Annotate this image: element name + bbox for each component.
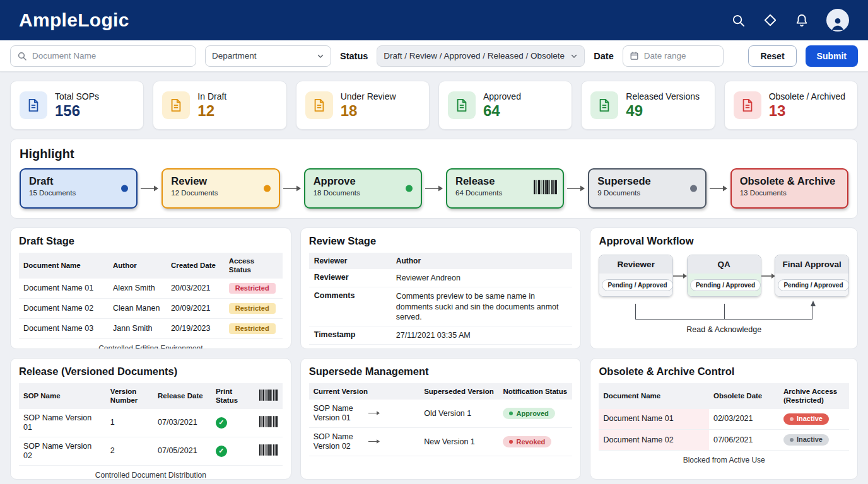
search-icon[interactable] [731,13,746,28]
status-select-value: Draft / Review / Approved / Released / O… [384,51,565,60]
column-header: SOP Name [19,383,106,409]
document-name-cell[interactable]: Document Name 02 [19,298,108,318]
release-date-cell: 07/03/2021 [153,409,211,437]
arrow-right-icon [141,185,158,192]
document-name-input[interactable] [32,51,189,60]
stage-release[interactable]: Release 64 Documents [446,168,564,209]
stat-card-approved[interactable]: Approved 64 [438,81,572,130]
step-status-badge: Pending / Approved [690,279,761,291]
stage-draft[interactable]: Draft 15 Documents [20,168,138,209]
step-status-badge: Pending / Approved [778,279,848,291]
read-acknowledge-note: Read & Acknowledge [599,325,849,334]
created-date-cell: 20/03/2021 [167,279,225,299]
workflow-step-qa[interactable]: QA Pending / Approved [687,255,761,297]
date-range-picker[interactable] [623,45,724,67]
current-version-cell[interactable]: SOP Name Version 02 [309,428,365,456]
sop-name-cell[interactable]: SOP Name Version 01 [19,409,106,437]
table-row[interactable]: Document Name 02 07/06/2021 Inactive [599,429,849,450]
document-search[interactable] [10,45,196,67]
table-row[interactable]: SOP Name Version 01 1 07/03/2021 [19,409,283,437]
status-dot-icon [509,440,513,444]
comments-row: Comments Comments preview to be same nam… [309,287,573,326]
arrow-right-icon [283,185,301,192]
stat-label: Under Review [341,91,396,101]
current-version-cell[interactable]: SOP Name Version 01 [309,400,365,428]
table-row[interactable]: Document Name 01 02/03/2021 Inactive [599,409,849,430]
document-name-cell[interactable]: Document Name 03 [19,319,108,339]
stat-label: In Draft [197,91,226,101]
filter-toolbar: Department Status Draft / Review / Appro… [0,40,868,72]
access-status-badge: Restricted [229,303,276,314]
status-label: Status [340,51,368,61]
status-select[interactable]: Draft / Review / Approved / Released / O… [377,45,585,67]
submit-button[interactable]: Submit [806,45,858,67]
table-row[interactable]: Document Name 02 Clean Manen 20/09/2021 … [19,298,283,318]
table-header-row: Reviewer Author [309,253,573,269]
stat-card-in-draft[interactable]: In Draft 12 [153,81,286,130]
column-header: Notification Status [498,383,572,400]
stage-obsolete-archive[interactable]: Obsolete & Archive 13 Documents [730,168,848,209]
table-row[interactable]: Document Name 01 Alexn Smith 20/03/2021 … [19,279,283,299]
arrow-right-icon [364,428,419,456]
document-name-cell[interactable]: Document Name 01 [599,409,708,430]
table-row[interactable]: Document Name 03 Jann Smith 20/19/2023 R… [19,319,283,339]
bell-icon[interactable] [795,13,809,27]
column-header: Obsolete Date [709,383,779,409]
stat-card-under-review[interactable]: Under Review 18 [296,81,430,130]
stat-value: 49 [626,102,700,120]
table-row[interactable]: SOP Name Version 01 Old Version 1 Approv… [309,400,573,428]
obsolete-archive-panel: Obsolete & Archive Control Document Name… [590,358,858,480]
arrow-right-icon [761,273,775,279]
navbar-actions [731,9,849,32]
table-row[interactable]: SOP Name Version 02 2 07/05/2021 [19,437,283,465]
timestamp-row: Timestamp 27/11/2021 03:35 AM [309,326,573,345]
stat-card-total-sops[interactable]: Total SOPs 156 [10,81,144,130]
status-dot-icon [790,417,794,421]
sop-name-cell[interactable]: SOP Name Version 02 [19,437,106,465]
stat-label: Total SOPs [55,91,99,101]
stage-approve[interactable]: Approve 18 Documents [304,168,422,209]
stat-card-obsolete-archived[interactable]: Obsolete / Archived 13 [724,81,858,130]
workflow-step-final-approval[interactable]: Final Approval Pending / Approved [775,255,849,297]
avatar[interactable] [826,9,849,32]
column-header: Document Name [599,383,708,409]
status-dot-icon [790,438,794,442]
step-status-badge: Pending / Approved [602,279,672,291]
status-dot-icon [406,185,413,192]
table-row[interactable]: SOP Name Version 02 New Version 1 Revoke… [309,428,573,456]
chevron-down-icon [570,52,578,60]
date-range-input[interactable] [644,51,756,60]
amplelogic-logo: AmpleLogic [19,9,129,31]
panel-title: Approval Workflow [599,235,849,247]
stage-review[interactable]: Review 12 Documents [161,168,279,209]
archive-access-badge: Inactive [783,413,829,425]
reset-button[interactable]: Reset [748,45,796,67]
access-status-badge: Restricted [229,283,276,294]
document-icon [20,91,47,119]
column-header: Release Date [153,383,211,409]
search-icon [17,51,27,61]
stage-supersede[interactable]: Supersede 9 Documents [588,168,706,209]
created-date-cell: 20/09/2021 [167,298,225,318]
logo-text: AmpleLogic [19,9,129,30]
reviewer-row: Reviewer Reviewer Andreon [309,269,573,287]
stat-value: 13 [769,102,845,120]
workflow-step-reviewer[interactable]: Reviewer Pending / Approved [599,255,673,297]
document-icon [305,91,333,119]
panel-title: Obsolete & Archive Control [599,366,849,377]
author-cell: Clean Manen [108,298,167,318]
superseded-version-cell: Old Version 1 [419,400,498,428]
panel-footer-note: Blocked from Active Use [599,451,849,464]
access-status-badge: Restricted [229,323,276,334]
document-name-cell[interactable]: Document Name 01 [19,279,108,299]
diamond-icon[interactable] [763,13,777,27]
stat-card-released-versions[interactable]: Released Versions 49 [581,81,715,130]
department-select-value: Department [212,51,257,60]
draft-stage-panel: Draft Stage Document Name Author Created… [10,228,291,349]
status-dot-icon [121,185,128,192]
author-cell: Jann Smith [108,319,167,339]
print-status-check-icon [216,446,227,457]
review-stage-panel: Review Stage Reviewer Author Reviewer Re… [300,228,582,349]
department-select[interactable]: Department [205,45,331,67]
document-name-cell[interactable]: Document Name 02 [599,429,708,450]
